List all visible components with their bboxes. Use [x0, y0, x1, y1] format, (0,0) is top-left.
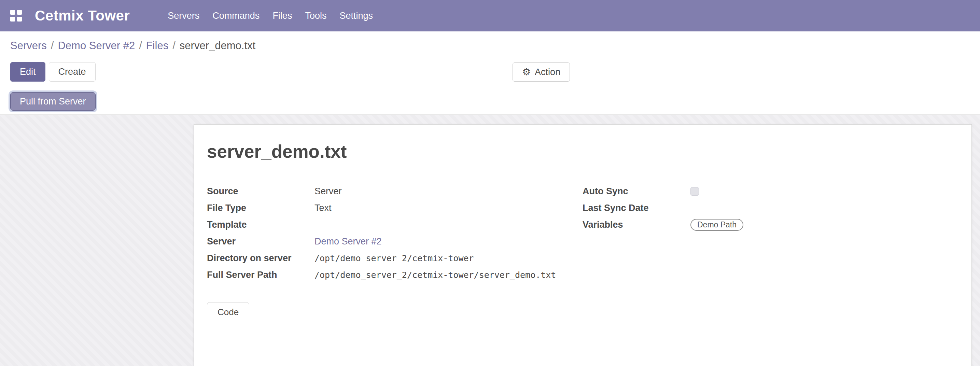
- breadcrumb-current: server_demo.txt: [180, 40, 255, 52]
- right-values: Demo Path: [685, 183, 743, 283]
- field-row-server: Server Demo Server #2: [207, 233, 582, 250]
- field-row-source: Source Server: [207, 183, 582, 200]
- field-row-template: Template: [207, 216, 582, 233]
- last-sync-row: [690, 200, 743, 216]
- button-row: Edit Create: [10, 62, 980, 81]
- notebook-tabbar: Code: [207, 302, 958, 322]
- breadcrumb-separator: /: [172, 40, 175, 52]
- nav-servers[interactable]: Servers: [161, 11, 206, 21]
- field-label: Last Sync Date: [582, 200, 685, 216]
- field-label: Directory on server: [207, 253, 315, 264]
- field-group-left: Source Server File Type Text Template Se…: [207, 183, 582, 283]
- field-row-full-path: Full Server Path /opt/demo_server_2/cetm…: [207, 267, 582, 283]
- action-button-label: Action: [535, 67, 560, 78]
- nav-settings[interactable]: Settings: [333, 11, 379, 21]
- auto-sync-row: [690, 183, 743, 200]
- breadcrumb-files[interactable]: Files: [146, 40, 168, 52]
- field-value: /opt/demo_server_2/cetmix-tower: [315, 253, 474, 263]
- variables-row: Demo Path: [690, 216, 743, 233]
- field-groups: Source Server File Type Text Template Se…: [207, 183, 958, 283]
- breadcrumb-separator: /: [51, 40, 54, 52]
- tab-code-content: [207, 322, 958, 366]
- apps-grid-square: [10, 17, 15, 22]
- pull-row: Pull from Server: [10, 92, 980, 111]
- main-menu: Servers Commands Files Tools Settings: [161, 11, 379, 21]
- server-link[interactable]: Demo Server #2: [315, 236, 382, 247]
- field-value: /opt/demo_server_2/cetmix-tower/server_d…: [315, 270, 556, 280]
- field-label: Variables: [582, 216, 685, 233]
- record-title: server_demo.txt: [207, 141, 958, 162]
- nav-tools[interactable]: Tools: [298, 11, 333, 21]
- field-group-right: Auto Sync Last Sync Date Variables Demo …: [582, 183, 743, 283]
- field-value: Text: [315, 203, 332, 213]
- form-sheet: server_demo.txt Source Server File Type …: [194, 124, 972, 366]
- nav-commands[interactable]: Commands: [206, 11, 266, 21]
- variable-tag: Demo Path: [690, 219, 743, 231]
- field-value: Server: [315, 186, 342, 197]
- field-label: Auto Sync: [582, 183, 685, 200]
- right-labels: Auto Sync Last Sync Date Variables: [582, 183, 685, 283]
- gear-icon: ⚙: [522, 67, 531, 77]
- field-label: Full Server Path: [207, 270, 315, 280]
- breadcrumb-separator: /: [139, 40, 142, 52]
- action-button[interactable]: ⚙ Action: [512, 62, 570, 81]
- pull-from-server-button[interactable]: Pull from Server: [10, 92, 95, 111]
- top-navbar: Cetmix Tower Servers Commands Files Tool…: [0, 0, 980, 32]
- create-button[interactable]: Create: [49, 62, 95, 81]
- apps-grid-icon[interactable]: [10, 10, 22, 22]
- edit-button[interactable]: Edit: [10, 62, 45, 81]
- apps-grid-square: [17, 10, 22, 15]
- apps-grid-square: [10, 10, 15, 15]
- field-row-file-type: File Type Text: [207, 200, 582, 216]
- nav-files[interactable]: Files: [266, 11, 298, 21]
- breadcrumb: Servers / Demo Server #2 / Files / serve…: [10, 39, 980, 53]
- field-label: Template: [207, 220, 315, 230]
- control-panel: Servers / Demo Server #2 / Files / serve…: [0, 32, 980, 115]
- breadcrumb-demo-server[interactable]: Demo Server #2: [58, 40, 135, 52]
- tab-code[interactable]: Code: [207, 302, 249, 322]
- field-label: Server: [207, 236, 315, 247]
- auto-sync-checkbox[interactable]: [690, 187, 699, 196]
- field-label: File Type: [207, 203, 315, 213]
- field-row-directory: Directory on server /opt/demo_server_2/c…: [207, 250, 582, 267]
- content-area: server_demo.txt Source Server File Type …: [0, 115, 980, 366]
- breadcrumb-servers[interactable]: Servers: [10, 40, 47, 52]
- apps-grid-square: [17, 17, 22, 22]
- field-label: Source: [207, 186, 315, 197]
- app-brand[interactable]: Cetmix Tower: [35, 8, 130, 24]
